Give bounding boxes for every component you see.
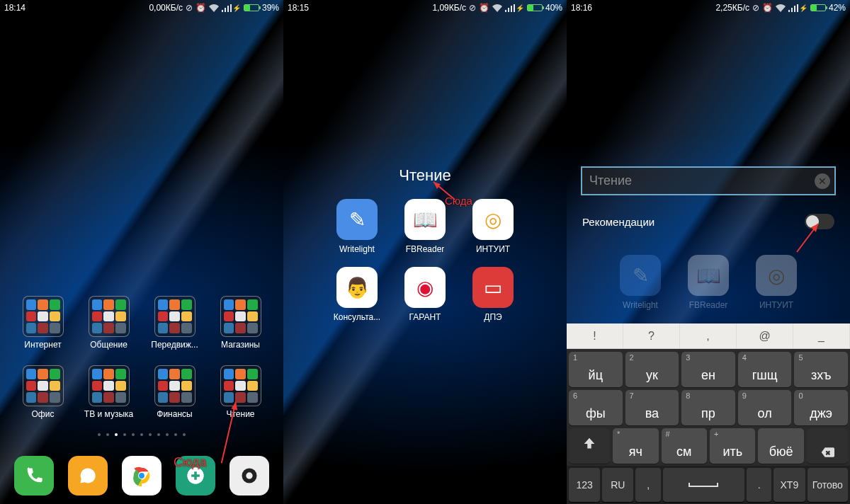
sym-key[interactable]: ? xyxy=(623,323,680,348)
key[interactable]: 3ен xyxy=(681,352,735,387)
app-consultant[interactable]: 👨 Консульта... xyxy=(323,267,391,322)
wifi-icon xyxy=(776,4,786,12)
folder-internet[interactable]: Интернет xyxy=(10,296,76,350)
folder-name-input-wrap: ✕ xyxy=(581,166,836,195)
svg-point-2 xyxy=(139,473,144,479)
status-bar: 18:15 1,09КБ/с ⊘ ⏰ ⚡ 40% xyxy=(283,0,567,16)
folder-shops[interactable]: Магазины xyxy=(208,296,273,350)
key-period[interactable]: . xyxy=(747,468,771,502)
key[interactable]: 7ва xyxy=(625,390,679,425)
key-comma[interactable]: , xyxy=(635,468,660,502)
sym-key[interactable]: ! xyxy=(567,323,623,348)
key-done[interactable]: Готово xyxy=(808,468,849,502)
status-bar: 18:16 2,25КБ/с ⊘ ⏰ ⚡ 42% xyxy=(567,0,850,16)
wifi-icon xyxy=(209,4,219,12)
net-speed: 2,25КБ/с xyxy=(715,3,749,13)
battery-icon xyxy=(527,4,543,11)
signal-icon xyxy=(222,4,232,12)
net-speed: 0,00КБ/с xyxy=(149,3,183,13)
battery-icon xyxy=(244,4,259,11)
key[interactable]: 0джэ xyxy=(794,390,848,425)
folder-transport[interactable]: Передвиж... xyxy=(142,296,208,350)
folder-name-input[interactable] xyxy=(582,168,834,194)
sym-key[interactable]: @ xyxy=(737,323,793,348)
folder-grid: Интернет Общение Передвиж... Магазины Оф… xyxy=(0,296,283,419)
key[interactable]: 8пр xyxy=(681,390,735,425)
key[interactable]: бюё xyxy=(758,428,803,464)
callout-1: Сюда xyxy=(174,455,207,470)
battery-icon xyxy=(810,4,826,11)
key[interactable]: +ить xyxy=(710,428,755,464)
folder-social[interactable]: Общение xyxy=(76,296,142,350)
wifi-icon xyxy=(492,4,502,12)
key[interactable]: 6фы xyxy=(569,390,623,425)
signal-icon xyxy=(505,4,515,12)
dnd-icon: ⊘ xyxy=(469,3,476,13)
app-chat[interactable] xyxy=(68,456,108,496)
alarm-icon: ⏰ xyxy=(196,3,206,13)
app-chrome[interactable] xyxy=(122,456,162,496)
status-time: 18:15 xyxy=(288,3,309,13)
key[interactable]: *яч xyxy=(613,428,658,464)
key-space[interactable] xyxy=(663,468,744,502)
screen-folder: 18:15 1,09КБ/с ⊘ ⏰ ⚡ 40% Чтение ✎ Writel… xyxy=(283,0,567,504)
status-bar: 18:14 0,00КБ/с ⊘ ⏰ ⚡ 39% xyxy=(0,0,283,16)
charging-icon: ⚡ xyxy=(232,4,241,12)
svg-marker-9 xyxy=(434,182,441,189)
sym-key[interactable]: _ xyxy=(793,323,850,348)
rename-panel: ✕ Рекомендации xyxy=(567,166,850,229)
key[interactable]: 1йц xyxy=(569,352,623,387)
key-xt9[interactable]: XT9 xyxy=(774,468,805,502)
clear-input-button[interactable]: ✕ xyxy=(815,173,830,189)
key-lang[interactable]: RU xyxy=(602,468,633,502)
app-writelight[interactable]: ✎ Writelight xyxy=(323,199,391,254)
status-time: 18:14 xyxy=(4,3,26,13)
charging-icon: ⚡ xyxy=(516,4,524,12)
key[interactable]: #см xyxy=(662,428,707,464)
key-backspace[interactable] xyxy=(807,428,848,464)
sym-key[interactable]: , xyxy=(680,323,737,348)
charging-icon: ⚡ xyxy=(799,4,808,12)
screen-home: 18:14 0,00КБ/с ⊘ ⏰ ⚡ 39% Интернет Общени… xyxy=(0,0,283,504)
net-speed: 1,09КБ/с xyxy=(432,3,466,13)
dnd-icon: ⊘ xyxy=(186,3,193,13)
dimmed-apps: ✎Writelight 📖FBReader ◎ИНТУИТ xyxy=(567,255,850,310)
alarm-icon: ⏰ xyxy=(762,3,773,13)
battery-pct: 42% xyxy=(829,3,846,13)
app-phone[interactable] xyxy=(14,456,54,496)
key[interactable]: 2ук xyxy=(625,352,679,387)
battery-pct: 40% xyxy=(545,3,562,13)
key[interactable]: 5зхъ xyxy=(794,352,848,387)
key-shift[interactable] xyxy=(569,428,610,464)
alarm-icon: ⏰ xyxy=(479,3,489,13)
dnd-icon: ⊘ xyxy=(752,3,759,13)
key[interactable]: 4гшщ xyxy=(738,352,792,387)
folder-finance[interactable]: Финансы xyxy=(142,365,208,419)
battery-pct: 39% xyxy=(262,3,279,13)
folder-office[interactable]: Офис xyxy=(10,365,76,419)
key[interactable]: 9ол xyxy=(738,390,792,425)
keyboard-suggestion-row: ! ? , @ _ xyxy=(567,323,850,349)
status-time: 18:16 xyxy=(571,3,592,13)
folder-media[interactable]: ТВ и музыка xyxy=(76,365,142,419)
signal-icon xyxy=(788,4,798,12)
screen-rename: 18:16 2,25КБ/с ⊘ ⏰ ⚡ 42% ✕ Рекомендации xyxy=(567,0,850,504)
wallpaper xyxy=(0,0,283,504)
key-mode[interactable]: 123 xyxy=(569,468,600,502)
recommendations-label: Рекомендации xyxy=(582,216,654,228)
folder-reading[interactable]: Чтение xyxy=(208,365,273,419)
keyboard: ! ? , @ _ 1йц 2ук 3ен 4гшщ 5зхъ 6фы 7ва … xyxy=(567,323,850,504)
